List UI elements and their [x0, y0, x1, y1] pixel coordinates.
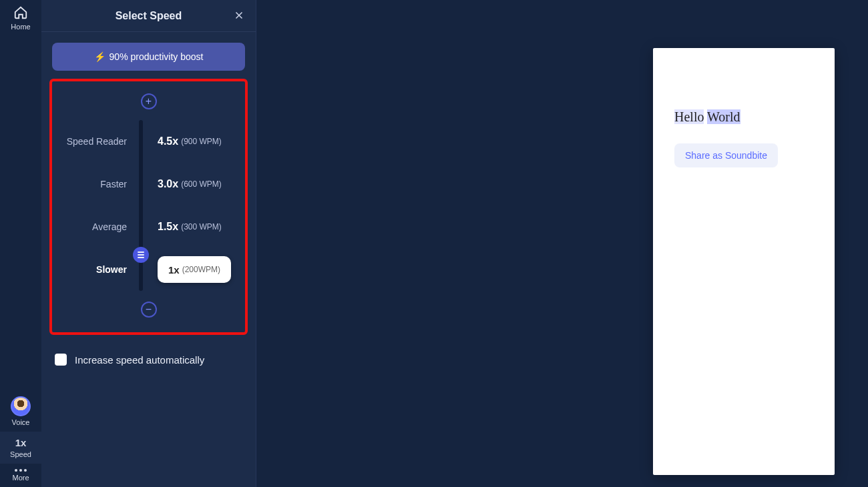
speed-mult: 1x: [168, 264, 180, 276]
speed-value-0[interactable]: 4.5x (900 WPM): [158, 120, 237, 163]
speed-label-1[interactable]: Faster: [60, 163, 132, 205]
speed-label: Speed: [10, 450, 31, 458]
speed-value-2[interactable]: 1.5x (300 WPM): [158, 205, 237, 248]
word-hello[interactable]: Hello: [674, 109, 704, 124]
panel-header: Select Speed: [41, 0, 256, 32]
speed-increase-button[interactable]: +: [141, 93, 157, 109]
voice-label: Voice: [12, 418, 30, 426]
speed-handle[interactable]: [133, 247, 149, 263]
speed-wpm: (200WPM): [182, 265, 220, 274]
voice-button[interactable]: Voice: [0, 391, 41, 432]
speed-value-1[interactable]: 3.0x (600 WPM): [158, 163, 237, 205]
speed-label-3[interactable]: Slower: [60, 248, 132, 291]
document-text: Hello World: [674, 109, 813, 125]
document-page: Hello World Share as Soundbite: [653, 48, 835, 475]
more-icon: [15, 469, 27, 472]
speed-wpm: (300 WPM): [181, 222, 222, 231]
more-label: More: [12, 474, 29, 482]
home-button[interactable]: Home: [11, 0, 30, 31]
speed-label-2[interactable]: Average: [60, 205, 132, 248]
speed-wpm: (900 WPM): [181, 137, 222, 146]
speed-value-3[interactable]: 1x (200WPM): [158, 256, 231, 283]
checkbox-icon: [55, 354, 67, 366]
speed-panel: Select Speed ⚡ 90% productivity boost + …: [41, 0, 256, 487]
bolt-icon: ⚡: [94, 51, 105, 62]
plus-icon: +: [146, 96, 152, 107]
speed-decrease-button[interactable]: −: [141, 302, 157, 318]
home-label: Home: [11, 23, 30, 31]
speed-label-0[interactable]: Speed Reader: [60, 120, 132, 163]
side-rail: Home Voice 1x Speed More: [0, 0, 41, 487]
productivity-boost-banner[interactable]: ⚡ 90% productivity boost: [52, 43, 245, 71]
speed-mult: 1.5x: [158, 221, 178, 233]
speed-mult: 3.0x: [158, 178, 178, 190]
speed-mult: 4.5x: [158, 135, 178, 147]
avatar-icon: [11, 396, 31, 416]
auto-speed-toggle[interactable]: Increase speed automatically: [55, 354, 242, 366]
home-icon: [13, 5, 28, 21]
speed-selector: + Speed ReaderFasterAverageSlower 4.5x (…: [49, 79, 248, 335]
close-icon: [233, 9, 245, 21]
speed-track[interactable]: [139, 120, 143, 291]
auto-speed-label: Increase speed automatically: [75, 354, 204, 366]
speed-wpm: (600 WPM): [181, 179, 222, 189]
boost-text: 90% productivity boost: [110, 51, 204, 62]
close-button[interactable]: [233, 9, 246, 23]
word-world[interactable]: World: [707, 109, 740, 124]
share-soundbite-button[interactable]: Share as Soundbite: [674, 143, 778, 167]
panel-title: Select Speed: [116, 10, 182, 22]
speed-value: 1x: [15, 437, 27, 448]
speed-button[interactable]: 1x Speed: [0, 432, 41, 464]
more-button[interactable]: More: [0, 464, 41, 487]
main-area: Hello World Share as Soundbite: [256, 0, 868, 487]
grip-icon: [138, 254, 144, 256]
minus-icon: −: [146, 304, 152, 315]
